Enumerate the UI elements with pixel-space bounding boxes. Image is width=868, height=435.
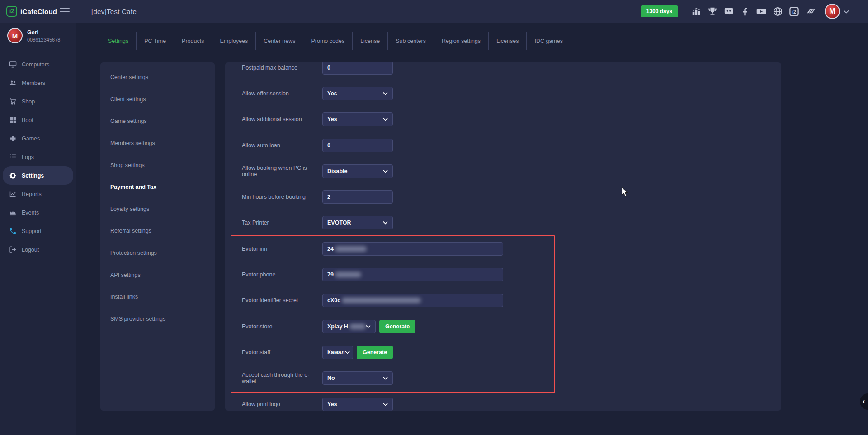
edge-collapse-button[interactable]: ‹: [860, 393, 868, 410]
submenu-item-game-settings[interactable]: Game settings: [100, 110, 215, 132]
submenu-item-center-settings[interactable]: Center settings: [100, 66, 215, 89]
topbar-right: 1300 days i2 M: [641, 4, 868, 19]
field-label: Allow additional session: [225, 116, 322, 122]
form-row-evotor-identifier-secret: Evotor identifier secretcX0c: [225, 288, 781, 313]
submenu-item-shop-settings[interactable]: Shop settings: [100, 154, 215, 176]
chevron-down-icon: [383, 169, 388, 173]
evotor-identifier-secret-input[interactable]: cX0c: [322, 294, 503, 307]
tab-center-news[interactable]: Center news: [255, 32, 303, 50]
topbar: i2 iCafeCloud [dev]Test Cafe 1300 days i…: [0, 0, 868, 23]
submenu-item-loyalty-settings[interactable]: Loyalty settings: [100, 198, 215, 220]
evotor-phone-input[interactable]: 79: [322, 268, 503, 281]
podium-icon[interactable]: [691, 6, 702, 17]
submenu-item-referral-settings[interactable]: Referral settings: [100, 220, 215, 242]
evotor-staff-generate-button[interactable]: Generate: [357, 346, 393, 359]
allow-offer-session-select[interactable]: Yes: [322, 87, 393, 100]
tab-licenses[interactable]: Licenses: [488, 32, 526, 50]
sidebar: M Geri 008612345678 Computers Members Sh…: [0, 23, 76, 435]
sidebar-item-support[interactable]: Support: [3, 222, 73, 240]
tab-promo-codes[interactable]: Promo codes: [303, 32, 352, 50]
sidebar-nav: Computers Members Shop Boot Games Logs S…: [0, 55, 76, 259]
sidebar-item-label: Members: [22, 80, 45, 86]
evotor-store-generate-button[interactable]: Generate: [379, 320, 415, 333]
tab-sub-centers[interactable]: Sub centers: [387, 32, 434, 50]
submenu-item-payment-and-tax[interactable]: Payment and Tax: [100, 176, 215, 198]
sidebar-item-logout[interactable]: Logout: [3, 240, 73, 259]
field-label: Allow offer session: [225, 90, 322, 97]
field-value: Yes: [327, 116, 337, 122]
avatar[interactable]: M: [825, 4, 840, 19]
form-row-evotor-staff: Evotor staffКамалGenerate: [225, 339, 781, 365]
submenu-item-sms-provider-settings[interactable]: SMS provider settings: [100, 308, 215, 330]
field-label: Min hours before booking: [225, 194, 322, 200]
sidebar-item-events[interactable]: Events: [3, 203, 73, 222]
brand-icon[interactable]: [805, 6, 816, 17]
field-label: Accept cash through the e-wallet: [225, 372, 322, 384]
tab-employees[interactable]: Employees: [212, 32, 255, 50]
facebook-icon[interactable]: [740, 6, 750, 17]
redacted-value: [335, 272, 361, 277]
field-label: Evotor store: [225, 323, 322, 330]
tab-idc-games[interactable]: IDC games: [526, 32, 571, 50]
postpaid-max-balance-input[interactable]: 0: [322, 62, 393, 75]
discord-icon[interactable]: [723, 6, 734, 17]
field-label: Allow print logo: [225, 401, 322, 407]
tax-printer-select[interactable]: EVOTOR: [322, 216, 393, 229]
submenu-item-api-settings[interactable]: API settings: [100, 264, 215, 286]
evotor-staff-select[interactable]: Камал: [322, 346, 353, 359]
field-value: Yes: [327, 401, 337, 407]
allow-additional-session-select[interactable]: Yes: [322, 112, 393, 126]
youtube-icon[interactable]: [756, 6, 767, 17]
tabbar: SettingsPC TimeProductsEmployeesCenter n…: [100, 32, 781, 50]
user-block[interactable]: M Geri 008612345678: [0, 23, 76, 48]
evotor-store-select[interactable]: Xplay H: [322, 320, 376, 333]
sidebar-item-reports[interactable]: Reports: [3, 185, 73, 203]
field-label: Allow auto loan: [225, 142, 322, 149]
submenu-item-members-settings[interactable]: Members settings: [100, 132, 215, 154]
chevron-down-icon: [366, 325, 371, 328]
tab-products[interactable]: Products: [174, 32, 212, 50]
chevron-down-icon[interactable]: [844, 7, 849, 15]
sidebar-item-shop[interactable]: Shop: [3, 92, 73, 111]
sidebar-item-games[interactable]: Games: [3, 129, 73, 148]
field-label: Postpaid max balance: [225, 65, 322, 71]
form-row-tax-printer: Tax PrinterEVOTOR: [225, 210, 781, 236]
globe-icon[interactable]: [772, 6, 783, 17]
sidebar-item-boot[interactable]: Boot: [3, 111, 73, 129]
tab-license[interactable]: License: [352, 32, 387, 50]
submenu-item-protection-settings[interactable]: Protection settings: [100, 242, 215, 264]
submenu-item-client-settings[interactable]: Client settings: [100, 89, 215, 111]
submenu-item-install-links[interactable]: Install links: [100, 286, 215, 308]
settings-form-card: Postpaid max balance0Allow offer session…: [225, 62, 781, 411]
form-row-postpaid-max-balance: Postpaid max balance0: [225, 62, 781, 80]
chevron-down-icon: [383, 402, 388, 406]
days-remaining-badge[interactable]: 1300 days: [641, 5, 678, 17]
icafecloud-icon[interactable]: i2: [788, 6, 799, 17]
trophy-icon[interactable]: [707, 6, 718, 17]
sidebar-item-settings[interactable]: Settings: [3, 166, 73, 185]
list-icon: [9, 153, 17, 161]
sidebar-item-computers[interactable]: Computers: [3, 55, 73, 74]
sidebar-item-logs[interactable]: Logs: [3, 148, 73, 166]
tab-region-settings[interactable]: Region settings: [434, 32, 488, 50]
settings-submenu: Center settingsClient settingsGame setti…: [100, 62, 215, 411]
min-hours-before-booking-input[interactable]: 2: [322, 190, 393, 204]
tab-pc-time[interactable]: PC Time: [136, 32, 174, 50]
field-value: 79: [327, 271, 334, 278]
allow-print-logo-select[interactable]: Yes: [322, 398, 393, 411]
sidebar-item-label: Games: [22, 136, 40, 142]
accept-cash-through-the-e-wallet-select[interactable]: No: [322, 371, 393, 385]
chart-icon: [9, 190, 17, 198]
allow-booking-when-pc-is-online-select[interactable]: Disable: [322, 164, 393, 178]
app-window: i2 iCafeCloud [dev]Test Cafe 1300 days i…: [0, 0, 868, 435]
sidebar-item-members[interactable]: Members: [3, 74, 73, 92]
allow-auto-loan-input[interactable]: 0: [322, 139, 393, 152]
field-value: EVOTOR: [327, 220, 351, 226]
cart-icon: [9, 98, 17, 105]
tab-settings[interactable]: Settings: [100, 32, 136, 50]
hamburger-menu-icon[interactable]: [60, 6, 70, 16]
members-icon: [9, 79, 17, 87]
evotor-inn-input[interactable]: 24: [322, 242, 503, 256]
form-row-allow-booking-when-pc-is-online: Allow booking when PC is onlineDisable: [225, 158, 781, 184]
field-value: 0: [327, 65, 330, 71]
